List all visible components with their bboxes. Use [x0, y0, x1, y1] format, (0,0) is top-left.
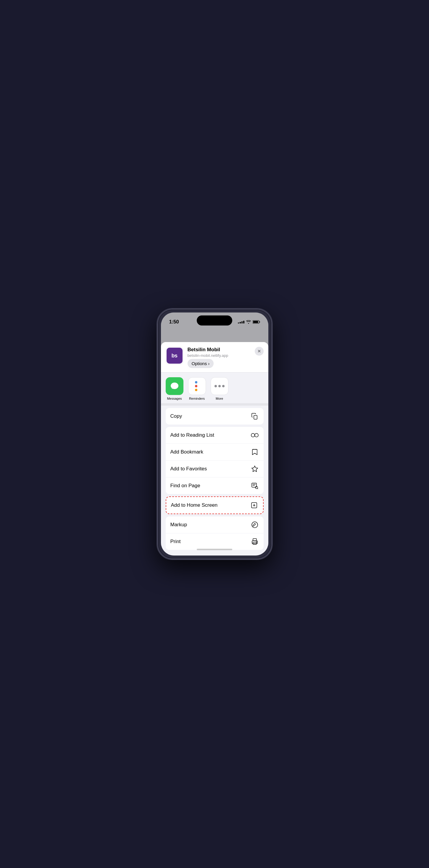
svg-rect-4 — [254, 415, 257, 419]
add-to-home-screen-icon — [250, 501, 258, 509]
add-to-favorites-label: Add to Favorites — [170, 466, 207, 472]
find-on-page-icon — [251, 482, 259, 490]
bookmark-icon — [251, 448, 259, 456]
home-indicator — [197, 549, 232, 550]
svg-rect-17 — [253, 539, 257, 541]
apps-row: Messages — [161, 373, 268, 406]
print-label: Print — [170, 539, 181, 545]
markup-icon — [251, 521, 259, 529]
svg-point-6 — [255, 433, 258, 437]
svg-marker-7 — [252, 466, 258, 471]
app-title: Betsilin Mobil — [188, 347, 251, 353]
markup-label: Markup — [170, 522, 187, 528]
svg-point-20 — [256, 541, 257, 542]
copy-group: Copy — [166, 408, 264, 425]
reminders-icon — [188, 377, 206, 395]
messages-icon — [166, 377, 183, 395]
add-to-reading-list-action[interactable]: Add to Reading List — [166, 427, 264, 444]
edit-actions: Edit Actions... — [161, 555, 268, 556]
copy-label: Copy — [170, 413, 182, 419]
more-icon — [211, 377, 228, 395]
app-icon-inner: bs — [167, 348, 182, 364]
reminders-label: Reminders — [189, 397, 205, 400]
add-bookmark-label: Add Bookmark — [170, 449, 204, 455]
action-list: Copy Add to Reading List — [161, 406, 268, 555]
share-sheet: bs Betsilin Mobil betsilin-mobil.netlify… — [161, 342, 268, 556]
svg-point-5 — [251, 433, 255, 437]
app-icon-text: bs — [171, 353, 177, 359]
add-to-home-screen-action[interactable]: Add to Home Screen — [166, 497, 263, 514]
reading-list-icon — [251, 431, 259, 439]
browser-actions-group: Add to Reading List Add Bookmark — [166, 427, 264, 494]
app-icon: bs — [166, 347, 183, 365]
app-item-more[interactable]: More — [211, 377, 228, 400]
add-to-reading-list-label: Add to Reading List — [170, 432, 214, 438]
copy-icon — [251, 412, 259, 421]
close-button[interactable]: ✕ — [255, 347, 264, 355]
app-item-reminders[interactable]: Reminders — [188, 377, 206, 400]
app-url: betsilin-mobil.netlify.app — [188, 353, 251, 358]
add-bookmark-action[interactable]: Add Bookmark — [166, 444, 264, 461]
find-on-page-label: Find on Page — [170, 483, 200, 489]
print-action[interactable]: Print — [166, 533, 264, 550]
phone-screen: 1:50 — [161, 312, 268, 556]
svg-rect-19 — [253, 542, 257, 544]
svg-line-12 — [257, 488, 258, 489]
utility-actions-group: Markup Print — [166, 517, 264, 550]
find-on-page-action[interactable]: Find on Page — [166, 477, 264, 494]
markup-action[interactable]: Markup — [166, 517, 264, 533]
add-to-home-screen-group: Add to Home Screen — [166, 496, 264, 514]
svg-point-2 — [171, 382, 178, 389]
svg-point-16 — [252, 522, 258, 528]
add-to-favorites-action[interactable]: Add to Favorites — [166, 461, 264, 477]
favorites-icon — [251, 465, 259, 473]
header-text: Betsilin Mobil betsilin-mobil.netlify.ap… — [188, 347, 251, 368]
options-button[interactable]: Options › — [188, 359, 214, 368]
app-item-messages[interactable]: Messages — [166, 377, 183, 400]
add-to-home-screen-label: Add to Home Screen — [171, 502, 218, 508]
more-label: More — [216, 397, 223, 400]
phone-frame: 1:50 — [156, 308, 273, 560]
print-icon — [251, 537, 259, 546]
copy-action[interactable]: Copy — [166, 408, 264, 425]
messages-label: Messages — [167, 397, 182, 400]
sheet-header: bs Betsilin Mobil betsilin-mobil.netlify… — [161, 342, 268, 373]
